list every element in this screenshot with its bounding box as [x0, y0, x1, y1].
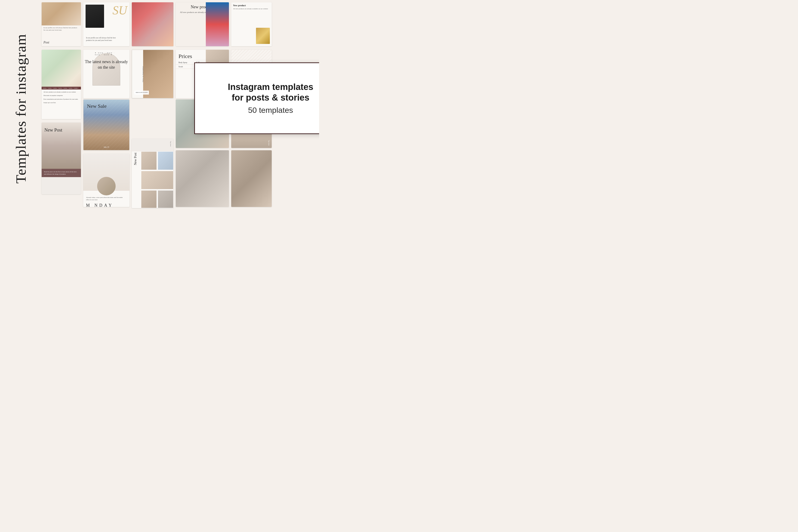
card-update[interactable]: Update • Update • Update • Update • Upda… — [42, 50, 81, 119]
update-item-4: Swipe up to see first — [43, 101, 79, 104]
new-sale-title: New Sale — [87, 103, 107, 109]
new-products-photo — [206, 2, 229, 46]
update-bar: Update • Update • Update • Update • Upda… — [42, 87, 81, 90]
new-bottom-right-photo — [231, 150, 272, 207]
collage-cell-3 — [141, 171, 173, 189]
overlay-sub-title: 50 templates — [248, 106, 293, 115]
overlay-line2: for posts & stories — [232, 93, 309, 102]
new-post-bottom: Read the post to be the first to learn a… — [42, 169, 81, 177]
overlay-promo-box: Instagram templates for posts & stories … — [194, 62, 319, 134]
new-post-photo: New Post — [42, 122, 81, 169]
monday-title: M NDAY — [83, 203, 130, 207]
new-sale-date: July 25 — [83, 146, 129, 148]
card-new-product-right[interactable]: New product All new products are already… — [231, 2, 272, 46]
left-title: Templates for instagram — [2, 7, 39, 210]
price-item-1-name: Body Spray — [178, 61, 187, 63]
gold-box — [256, 28, 270, 44]
card-coffee-notebook[interactable] — [176, 150, 229, 207]
new-post-vertical-label: New Post — [134, 153, 137, 165]
card-september[interactable]: Only in September DISCO UP TO ENTI — [132, 50, 173, 98]
new-product-right-body: All new products are already available o… — [231, 7, 272, 10]
new-post-title: New Post — [44, 127, 62, 133]
card-flowers[interactable] — [132, 2, 173, 46]
su-dark-package — [86, 5, 104, 28]
disco-text: DISCO UP TO ENTI — [136, 92, 148, 94]
flowers-photo — [132, 2, 173, 46]
card-new-sale[interactable]: New Sale July 25 — [83, 99, 130, 150]
overlay-main-title: Instagram templates for posts & stories — [223, 82, 318, 103]
collage-grid — [141, 151, 173, 208]
collage-cell-5 — [158, 190, 173, 208]
update-body: All new products are already available o… — [42, 90, 81, 106]
template-grid: Post In our profile you will always find… — [37, 0, 319, 213]
update-item-2: Discounts on popular categories — [43, 94, 79, 97]
coffee-circle — [97, 177, 116, 195]
card-new-post-tall[interactable]: New Post Read the post to be the first t… — [42, 122, 81, 194]
update-flowers-photo — [42, 50, 81, 87]
tap-here-label-2: Tap here — [268, 140, 270, 146]
su-body: In our profile you will always find the … — [86, 37, 118, 42]
card-su[interactable]: SU In our profile you will always find t… — [83, 2, 130, 46]
tap-here-label: Tap here — [170, 141, 172, 147]
new-post-body: Read the post to be the first to learn a… — [44, 171, 79, 175]
coffee-notebook-photo — [176, 150, 229, 207]
su-text: SU — [112, 3, 127, 17]
post-story-body: In our profile you will always find the … — [42, 25, 81, 33]
post-story-photo — [42, 2, 81, 25]
collage-cell-1 — [141, 151, 157, 170]
card-new-products[interactable]: New products All new products are alread… — [176, 2, 229, 46]
price-item-2-name: Scrub — [178, 66, 183, 68]
september-label: Only in September — [142, 66, 144, 82]
update-item-1: All new products are already available o… — [43, 91, 79, 93]
update-item-3: Free consultation and selection of produ… — [43, 98, 79, 100]
card-new-bottom-right[interactable] — [231, 150, 272, 207]
card-latest-news[interactable]: ✦ NEW · NEW · NEW · NEW ✦ The latest new… — [83, 50, 130, 98]
monday-photo — [83, 154, 130, 191]
new-product-right-title: New product — [231, 2, 272, 7]
latest-news-text: The latest news is already on the site — [83, 59, 130, 70]
new-circle-text: ✦ NEW · NEW · NEW · NEW ✦ — [95, 52, 118, 56]
left-title-text: Templates for instagram — [14, 34, 28, 184]
card-monday[interactable]: Already today, a new post about discount… — [83, 154, 130, 207]
collage-cell-2 — [158, 151, 173, 170]
card-new-post-collage[interactable]: Tap here New Post — [132, 139, 173, 208]
post-label: Post — [43, 41, 49, 44]
overlay-line1: Instagram templates — [228, 82, 313, 92]
new-post-title-area: New Post — [44, 127, 62, 133]
september-discount: DISCO UP TO ENTI — [134, 91, 149, 95]
card-post-story[interactable]: Post In our profile you will always find… — [42, 2, 81, 46]
collage-top — [132, 139, 173, 151]
collage-cell-4 — [141, 190, 157, 208]
